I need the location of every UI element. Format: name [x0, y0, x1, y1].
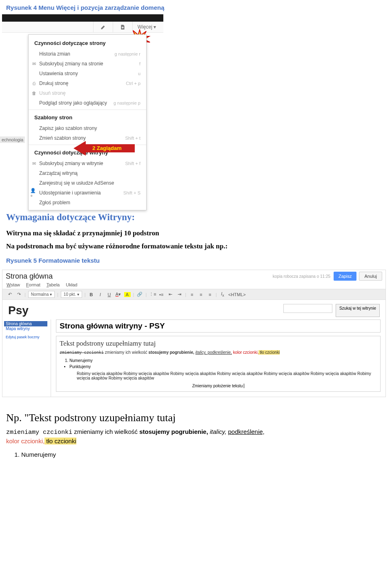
- sidebar-item-home[interactable]: Strona główna: [4, 321, 47, 326]
- formatted-line: zmieniamy czcionki zmieniamy ich wielkoś…: [60, 350, 377, 355]
- search-input[interactable]: [283, 304, 332, 313]
- menu-label: Zmień szablon strony: [39, 135, 125, 141]
- align-right-icon[interactable]: ≡: [207, 292, 213, 297]
- align-left-icon[interactable]: ≡: [189, 292, 195, 297]
- italic-icon[interactable]: I: [97, 292, 104, 297]
- cancel-button[interactable]: Anuluj: [359, 272, 382, 281]
- menu-item-page-settings[interactable]: Ustawienia stronyu: [29, 69, 146, 78]
- more-menu: Czynności dotyczące strony Historia zmia…: [28, 34, 147, 210]
- menu-insert[interactable]: WWstawstaw: [7, 282, 20, 287]
- page-heading-input[interactable]: Strona główna witryny - PSY: [56, 319, 381, 333]
- menu-shortcut: Shift + S: [123, 190, 140, 195]
- editor-toolbar: ↶ ↷ | Normalna ▾ | 10 pkt. ▾ | B I U A▾ …: [2, 289, 385, 300]
- edit-sidebar-link[interactable]: Edytuj pasek boczny: [6, 335, 47, 339]
- menu-shortcut: g następnie r: [114, 51, 140, 56]
- menu-layout[interactable]: Układ: [66, 282, 77, 287]
- save-button[interactable]: Zapisz: [334, 272, 356, 281]
- highlight-icon[interactable]: A: [124, 292, 131, 297]
- menu-item-save-template[interactable]: Zapisz jako szablon strony: [29, 123, 146, 133]
- menu-label: Zarejestruj się w usłudze AdSense: [39, 180, 140, 186]
- menu-item-history[interactable]: Historia zmiang następnie r: [29, 49, 146, 59]
- align-center-icon[interactable]: ≡: [198, 292, 204, 297]
- menu-item-delete: 🗑Usuń stronę: [29, 88, 146, 98]
- editor-titlebar: Strona główna kopia robocza zapisana o 1…: [2, 270, 385, 281]
- screenshot-2: Strona główna kopia robocza zapisana o 1…: [2, 270, 386, 397]
- bullet-list-icon[interactable]: •≡: [158, 292, 165, 297]
- centered-text: Zmieniamy położenie tekstu: [60, 384, 377, 388]
- menu-shortcut: Ctrl + p: [126, 81, 140, 86]
- menu-shortcut: g następnie p: [114, 101, 140, 105]
- numbered-list-icon[interactable]: ⋮≡: [149, 292, 156, 297]
- example-line-1: zmieniamy czcionki zmieniamy ich wielkoś…: [0, 427, 392, 437]
- more-button[interactable]: Więcej ▾ 1: [132, 22, 161, 32]
- arrow-callout-2: 2 Zaglądam: [74, 141, 135, 156]
- page-title: Strona główna: [6, 272, 273, 281]
- menu-section-templates: Szablony stron: [29, 112, 146, 123]
- sidebar-item-sitemap[interactable]: Mapa witryny: [6, 326, 47, 331]
- ordered-list: Numerujemy: [69, 358, 377, 363]
- menu-divider: [29, 109, 146, 110]
- subheading-2: Na podstronach ma być używane różnorodne…: [0, 240, 392, 253]
- menu-item-manage-site[interactable]: Zarządzaj witryną: [29, 168, 146, 178]
- page-body-editor[interactable]: Tekst podstrony uzupełniamy tutaj zmieni…: [56, 336, 381, 392]
- menu-item-subscribe-page[interactable]: ✉Subskrybuj zmiany na stronief: [29, 59, 146, 69]
- link-icon[interactable]: 🔗: [136, 292, 143, 297]
- html-icon[interactable]: <HTML>: [228, 292, 235, 297]
- chevron-down-icon: ▾: [154, 24, 156, 30]
- screenshot-1: echnologia Więcej ▾ 1 tej nie m Czynnośc…: [0, 14, 392, 210]
- menu-item-preview[interactable]: Podgląd strony jako oglądającyg następni…: [29, 98, 146, 108]
- top-buttons: Więcej ▾ 1: [2, 22, 163, 33]
- list-item: Numerujemy: [21, 451, 392, 458]
- site-title: Psy: [8, 304, 283, 317]
- indent-icon[interactable]: ⇥: [176, 292, 183, 297]
- body-heading: Tekst podstrony uzupełniamy tutaj: [60, 339, 377, 348]
- underline-icon[interactable]: U: [106, 292, 113, 297]
- print-icon: ⎙: [30, 80, 38, 86]
- style-select[interactable]: Normalna ▾: [28, 291, 55, 298]
- outdent-icon[interactable]: ⇤: [167, 292, 174, 297]
- menu-table[interactable]: Tabela: [47, 282, 60, 287]
- undo-icon[interactable]: ↶: [7, 292, 13, 297]
- mail-icon: ✉: [30, 161, 38, 166]
- bold-icon[interactable]: B: [88, 292, 95, 297]
- draft-status: kopia robocza zapisana o 11:25: [273, 274, 330, 279]
- mail-icon: ✉: [30, 61, 38, 67]
- heading-requirements: Wymagania dotyczące Witryny:: [0, 210, 392, 227]
- figure-caption-4: Rysunek 4 Menu Więcej i pozycja zarządza…: [0, 0, 392, 14]
- menu-item-adsense[interactable]: Zarejestruj się w usłudze AdSense: [29, 178, 146, 188]
- example-heading: Np. "Tekst podstrony uzupełniamy tutaj: [0, 400, 392, 427]
- menu-section-page: Czynności dotyczące strony: [29, 37, 146, 49]
- menu-label: Zarządzaj witryną: [39, 170, 140, 176]
- clear-format-icon[interactable]: Ix: [219, 291, 226, 297]
- search-button[interactable]: Szukaj w tej witrynie: [336, 304, 380, 317]
- menu-label: Historia zmian: [39, 51, 114, 57]
- example-ordered-list: Numerujemy: [0, 445, 392, 458]
- sidebar: Strona główna Mapa witryny Edytuj pasek …: [2, 319, 51, 397]
- menu-label: Podgląd strony jako oglądający: [39, 100, 114, 106]
- menu-item-sharing[interactable]: 👤+Udostępnianie i uprawnieniaShift + S: [29, 188, 146, 198]
- example-line-2: kolor czcionki, tło czcionki: [0, 437, 392, 445]
- menu-shortcut: Shift + t: [125, 136, 140, 141]
- subheading-1: Witryna ma się składać z przynajmniej 10…: [0, 227, 392, 240]
- menu-format[interactable]: Format: [26, 282, 40, 287]
- unordered-list: Punktujemy: [69, 364, 377, 369]
- main-content: Strona główna witryny - PSY Tekst podstr…: [51, 319, 385, 397]
- person-plus-icon: 👤+: [30, 190, 38, 196]
- size-select[interactable]: 10 pkt. ▾: [61, 291, 82, 298]
- menu-label: Subskrybuj zmiany na stronie: [39, 61, 139, 67]
- menu-label: Drukuj stronę: [39, 80, 126, 86]
- redo-icon[interactable]: ↷: [16, 292, 22, 297]
- menu-shortcut: Shift + f: [125, 161, 140, 166]
- menu-label: Udostępnianie i uprawnienia: [39, 190, 123, 196]
- menu-item-report[interactable]: Zgłoś problem: [29, 198, 146, 208]
- menu-label: Zgłoś problem: [39, 200, 140, 205]
- text-color-icon[interactable]: A▾: [115, 292, 122, 297]
- page-plus-icon: [120, 25, 125, 30]
- editor-menubar: WWstawstaw Format Tabela Układ: [2, 281, 385, 289]
- site-header: Psy Szukaj w tej witrynie: [2, 300, 385, 319]
- menu-item-print[interactable]: ⎙Drukuj stronęCtrl + p: [29, 78, 146, 88]
- menu-item-subscribe-site[interactable]: ✉Subskrybuj zmiany w witrynieShift + f: [29, 159, 146, 168]
- menu-shortcut: u: [138, 71, 140, 76]
- edit-button[interactable]: [93, 22, 113, 32]
- trash-icon: 🗑: [30, 90, 38, 96]
